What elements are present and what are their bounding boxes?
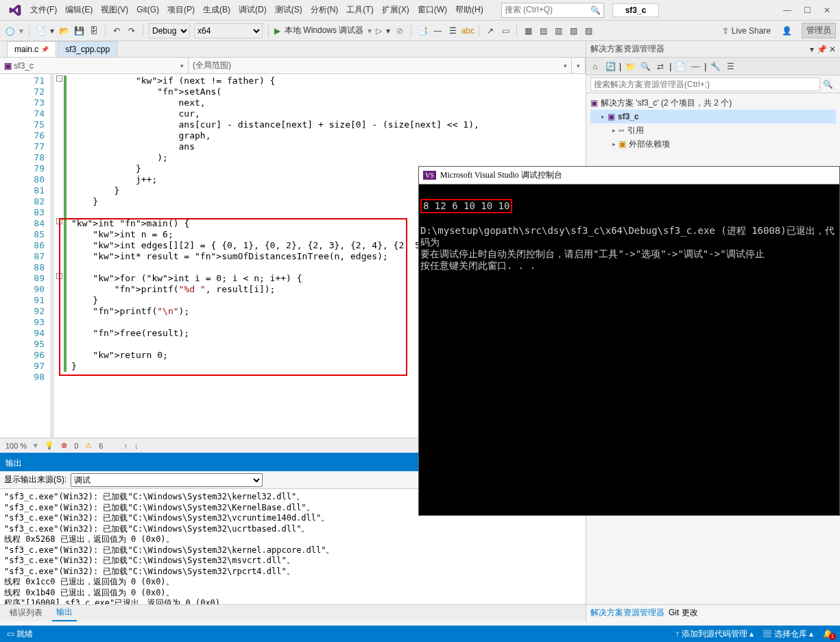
config-select[interactable]: Debug [149, 23, 190, 38]
error-icon[interactable]: ⊗ [61, 441, 67, 450]
menu-item[interactable]: 分析(N) [307, 2, 343, 17]
tab-solution-explorer[interactable]: 解决方案资源管理器 [590, 607, 664, 619]
debugger-button[interactable]: 本地 Windows 调试器 [285, 25, 363, 36]
repo-button[interactable]: ▤ 选择仓库 ▴ [763, 628, 813, 640]
warning-icon[interactable]: ⚠ [85, 441, 92, 450]
se-icon-4[interactable]: 🔍 [639, 62, 651, 71]
se-search-input[interactable] [590, 78, 820, 91]
menu-item[interactable]: 调试(D) [235, 2, 271, 17]
scope-dropdown[interactable]: ▾ [572, 58, 586, 73]
close-button[interactable]: ✕ [824, 5, 830, 15]
titlebar: 文件(F)编辑(E)视图(V)Git(G)项目(P)生成(B)调试(D)测试(S… [0, 0, 840, 21]
tab-main-c[interactable]: main.c 📌 [7, 41, 56, 57]
tb-icon-12[interactable]: ▨ [583, 25, 594, 36]
play-no-debug-icon[interactable]: ▷ [376, 26, 382, 36]
menu-item[interactable]: 窗口(W) [413, 2, 451, 17]
se-icon-2[interactable]: 🔄 [604, 62, 616, 71]
console-msg-2: 要在调试停止时自动关闭控制台，请启用"工具"->"选项"->"调试"->"调试停… [420, 248, 765, 259]
tb-icon-8[interactable]: ▦ [523, 25, 533, 36]
maximize-button[interactable]: ☐ [804, 5, 811, 15]
se-wrench-icon[interactable]: 🔧 [709, 62, 721, 71]
scope-project[interactable]: ▣ sf3_c ▾ [0, 58, 189, 73]
tab-sf3-cpp[interactable]: sf3_cpp.cpp [58, 41, 117, 57]
save-icon[interactable]: 💾 [73, 25, 84, 36]
source-control-button[interactable]: ↑ 添加到源代码管理 ▴ [675, 628, 754, 640]
menu-item[interactable]: 生成(B) [199, 2, 235, 17]
tb-icon-6[interactable]: ↗ [485, 25, 496, 36]
tb-icon-2[interactable]: 📑 [417, 25, 428, 36]
undo-icon[interactable]: ↶ [111, 25, 122, 36]
redo-icon[interactable]: ↷ [126, 25, 137, 36]
play-icon[interactable]: ▶ [274, 26, 280, 36]
minimize-button[interactable]: — [783, 5, 791, 15]
console-titlebar[interactable]: VS Microsoft Visual Studio 调试控制台 [419, 167, 839, 185]
menu-item[interactable]: 帮助(H) [451, 2, 488, 17]
menu-item[interactable]: 测试(S) [271, 2, 307, 17]
tb-icon-11[interactable]: ▧ [568, 25, 579, 36]
toolbar: ◯ ▾ 📄▾ 📂 💾 🗄 ↶ ↷ Debug x64 ▶ 本地 Windows … [0, 21, 840, 41]
menu-item[interactable]: 扩展(X) [378, 2, 413, 17]
project-name: sf3_c [612, 3, 660, 17]
live-share-button[interactable]: Live Share [732, 26, 771, 36]
tb-icon-4[interactable]: ☰ [447, 25, 458, 36]
debug-console-window[interactable]: VS Microsoft Visual Studio 调试控制台 8 12 6 … [418, 166, 840, 516]
tb-icon-3[interactable]: — [432, 25, 443, 36]
se-home-icon[interactable]: ⌂ [589, 62, 601, 71]
console-msg-1: D:\mysetup\gopath\src\dsy\sf3_c\x64\Debu… [420, 225, 835, 248]
tree-ext-label: 外部依赖项 [629, 137, 670, 151]
code-text[interactable]: "kw">if (next != father) { "fn">setAns( … [51, 74, 479, 438]
tb-icon-7[interactable]: ▭ [500, 25, 511, 36]
tree-ext-row[interactable]: ▸ ▣ 外部依赖项 [590, 137, 836, 151]
fold-box[interactable]: − [56, 273, 62, 279]
warning-count: 6 [99, 442, 103, 450]
tb-icon-10[interactable]: ▥ [553, 25, 564, 36]
arrow-down-icon[interactable]: ↓ [134, 442, 139, 450]
platform-select[interactable]: x64 [194, 23, 263, 38]
tree-solution-label: 解决方案 'sf3_c' (2 个项目，共 2 个) [601, 96, 732, 110]
live-share-icon[interactable]: ⇪ [722, 26, 729, 36]
lightbulb-icon[interactable]: 💡 [45, 441, 54, 450]
menu-item[interactable]: 视图(V) [97, 2, 132, 17]
scope-bar: ▣ sf3_c ▾ (全局范围) ▾ ▾ [0, 58, 586, 74]
fold-box[interactable]: − [56, 218, 62, 224]
new-icon[interactable]: 📄 [35, 25, 46, 36]
fold-box[interactable]: − [56, 75, 62, 82]
menu-item[interactable]: Git(G) [132, 2, 163, 17]
tree-project-row[interactable]: ▸ ▣ sf3_c [590, 110, 836, 123]
open-icon[interactable]: 📂 [58, 25, 69, 36]
se-close-icon[interactable]: ✕ [829, 45, 836, 54]
se-icon-9[interactable]: ☰ [724, 62, 736, 71]
se-pin-icon[interactable]: 📌 [817, 45, 827, 54]
se-search-icon[interactable]: 🔍 [820, 80, 836, 89]
save-all-icon[interactable]: 🗄 [88, 25, 99, 36]
user-icon[interactable]: 👤 [782, 26, 792, 36]
se-icon-3[interactable]: 📁 [624, 62, 636, 71]
se-tree[interactable]: ▣ 解决方案 'sf3_c' (2 个项目，共 2 个) ▸ ▣ sf3_c ▸… [586, 93, 840, 154]
tree-solution-row[interactable]: ▣ 解决方案 'sf3_c' (2 个项目，共 2 个) [590, 96, 836, 110]
source-control-label: 添加到源代码管理 [682, 629, 747, 639]
se-dropdown[interactable]: ▾ [810, 45, 814, 54]
back-icon[interactable]: ◯ [4, 25, 15, 36]
menu-item[interactable]: 文件(F) [26, 2, 61, 17]
tb-icon-9[interactable]: ▤ [538, 25, 549, 36]
tb-icon-1[interactable]: ⊘ [394, 25, 405, 36]
menu-item[interactable]: 项目(P) [163, 2, 199, 17]
zoom-level[interactable]: 100 % [5, 442, 27, 450]
menu-item[interactable]: 编辑(E) [61, 2, 97, 17]
se-icon-7[interactable]: — [689, 62, 701, 71]
tab-output[interactable]: 输出 [52, 604, 77, 621]
output-source-select[interactable]: 调试 [71, 473, 263, 487]
scope-global[interactable]: (全局范围) ▾ [189, 58, 572, 73]
menu-item[interactable]: 工具(T) [342, 2, 377, 17]
tab-git-changes[interactable]: Git 更改 [669, 607, 698, 619]
se-icon-6[interactable]: 📄 [674, 62, 686, 71]
bell-icon[interactable]: 🔔1 [823, 629, 833, 639]
arrow-up-icon[interactable]: ↑ [123, 442, 128, 450]
tb-icon-5[interactable]: abc [462, 25, 473, 36]
tree-refs-label: 引用 [627, 123, 644, 137]
se-icon-5[interactable]: ⇄ [654, 62, 667, 71]
search-box[interactable]: 搜索 (Ctrl+Q) 🔍 [501, 3, 604, 18]
tree-refs-row[interactable]: ▸ ▫▫ 引用 [590, 123, 836, 137]
tab-error-list[interactable]: 错误列表 [5, 605, 47, 621]
window-buttons: — ☐ ✕ [783, 5, 837, 15]
